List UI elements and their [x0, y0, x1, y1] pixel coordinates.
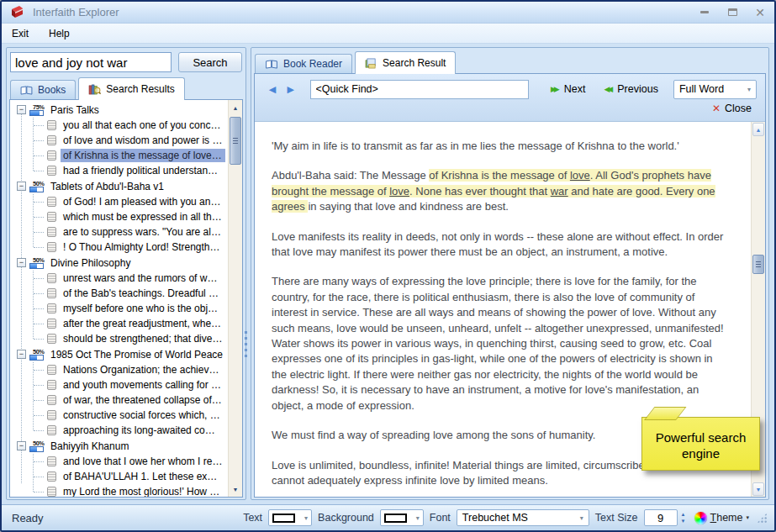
excerpt-icon: [47, 471, 56, 482]
result-item[interactable]: constructive social forces which, bec...: [10, 408, 227, 423]
result-item[interactable]: after the great readjustment, when ...: [10, 316, 227, 331]
result-item[interactable]: myself before one who is the object ...: [10, 301, 227, 316]
collapse-icon[interactable]: −: [17, 258, 26, 267]
theme-button[interactable]: Theme ▾: [694, 512, 749, 524]
paragraph: There are many ways of expressing the lo…: [272, 274, 728, 413]
result-item[interactable]: approaching its long-awaited coming ...: [10, 423, 227, 438]
titlebar[interactable]: Interfaith Explorer ✕: [2, 2, 774, 24]
collapse-icon[interactable]: −: [17, 350, 26, 359]
spin-down-icon[interactable]: ▼: [678, 518, 689, 524]
tree-group-row[interactable]: −50%Tablets of Abdu'l-Baha v1: [10, 178, 227, 194]
result-item[interactable]: and love that I owe her whom I regar...: [10, 454, 227, 469]
tab-book-reader[interactable]: Book Reader: [255, 54, 352, 73]
chevron-down-icon: ▾: [746, 514, 749, 521]
book-title: Paris Talks: [50, 104, 99, 116]
text-color-label: Text: [243, 512, 262, 524]
result-item[interactable]: which must be expressed in all the ac...: [10, 209, 227, 224]
panel-splitter[interactable]: [244, 331, 247, 358]
menu-exit[interactable]: Exit: [12, 28, 29, 40]
text-size-value[interactable]: 9: [644, 509, 678, 526]
maximize-icon[interactable]: [726, 7, 738, 18]
statusbar: Ready Text ▾ Background ▾ Font Trebuchet…: [2, 504, 774, 530]
resize-grip[interactable]: [757, 513, 768, 524]
result-item[interactable]: unrest wars and the rumors of wars, ...: [10, 271, 227, 286]
previous-button[interactable]: ◀◀ Previous: [604, 83, 657, 95]
relevance-icon: 50%: [29, 181, 47, 192]
background-color-select[interactable]: ▾: [380, 509, 424, 526]
result-item[interactable]: and youth movements calling for an e...: [10, 377, 227, 392]
excerpt-text: constructive social forces which, bec...: [61, 408, 225, 422]
scroll-down-icon[interactable]: ▼: [230, 482, 241, 496]
quick-find-input[interactable]: [310, 80, 529, 99]
text-color-select[interactable]: ▾: [268, 509, 312, 526]
results-tree-box: −75%Paris Talksyou all that each one of …: [9, 99, 243, 498]
excerpt-text: are to suppress wars. "You are all lea..…: [61, 225, 225, 239]
relevance-icon: 50%: [29, 349, 47, 361]
collapse-icon[interactable]: −: [17, 182, 26, 191]
result-item[interactable]: of love and wisdom and power is onc...: [10, 133, 227, 148]
menu-help[interactable]: Help: [49, 28, 70, 40]
scrollbar-thumb[interactable]: [230, 117, 241, 165]
result-item[interactable]: my Lord the most glorious!' How swe...: [10, 484, 227, 497]
excerpt-icon: [47, 197, 56, 207]
tree-group-row[interactable]: −50%1985 Oct The Promise of World Peace: [10, 346, 227, 362]
result-item[interactable]: of BAHA'U'LLAH 1. Let these exalted ...: [10, 469, 227, 484]
result-item[interactable]: should be strengthened; that diversit...: [10, 331, 227, 346]
right-tab-strip: Book Reader Search Result: [254, 50, 766, 73]
previous-label: Previous: [617, 83, 658, 95]
scroll-up-icon[interactable]: ▲: [752, 123, 764, 136]
tree-scrollbar[interactable]: ▲ ▼: [228, 100, 242, 497]
excerpt-text: which must be expressed in all the ac...: [61, 210, 225, 224]
excerpt-icon: [47, 410, 56, 420]
chevron-down-icon: ▾: [416, 514, 420, 522]
excerpt-icon: [47, 319, 56, 329]
close-icon[interactable]: ✕: [754, 7, 766, 18]
result-item[interactable]: ! O Thou Almighty Lord! Strengthen a...: [10, 240, 227, 255]
search-input[interactable]: [10, 52, 172, 72]
result-item[interactable]: of the Bab's teachings. Dreadful pers...: [10, 286, 227, 301]
match-mode-value: Full Word: [679, 83, 724, 95]
scroll-up-icon[interactable]: ▲: [230, 101, 241, 114]
result-item[interactable]: of God! I am pleased with you and se...: [10, 194, 227, 209]
excerpt-text: had a friendly political understanding;.…: [61, 164, 225, 177]
tab-label: Search Results: [106, 83, 174, 95]
result-item[interactable]: Nations Organization; the achieveme...: [10, 362, 227, 377]
scrollbar-thumb[interactable]: [752, 255, 764, 274]
nav-back-icon[interactable]: ◀: [263, 84, 282, 95]
result-item[interactable]: of war, the threatened collapse of th...: [10, 392, 227, 408]
font-select[interactable]: Trebuchet MS ▾: [457, 509, 589, 526]
match-mode-select[interactable]: Full Word ▾: [673, 80, 757, 99]
collapse-icon[interactable]: −: [17, 441, 26, 450]
result-item[interactable]: of Krishna is the message of love. All .…: [10, 148, 227, 163]
color-swatch: [384, 514, 407, 523]
text-size-stepper[interactable]: ▲ ▼: [678, 511, 689, 524]
color-wheel-icon: [694, 512, 707, 524]
tab-search-results[interactable]: Search Results: [78, 77, 184, 100]
collapse-icon[interactable]: −: [17, 105, 26, 114]
next-button[interactable]: ▶▶ Next: [551, 83, 586, 95]
minimize-icon[interactable]: [699, 7, 710, 18]
tree-group-row[interactable]: −50%Bahiyyih Khanum: [10, 438, 227, 454]
close-finder-button[interactable]: ✕ Close: [712, 103, 752, 114]
excerpt-text: myself before one who is the object ...: [61, 302, 225, 315]
result-item[interactable]: you all that each one of you concentr...: [10, 118, 227, 133]
result-item[interactable]: are to suppress wars. "You are all lea..…: [10, 224, 227, 240]
search-result-icon: [365, 58, 377, 69]
scroll-down-icon[interactable]: ▼: [752, 482, 764, 496]
tab-search-result[interactable]: Search Result: [355, 51, 456, 74]
result-item[interactable]: had a friendly political understanding;.…: [10, 163, 227, 178]
font-value: Trebuchet MS: [462, 512, 528, 524]
nav-forward-icon[interactable]: ▶: [282, 84, 300, 95]
book-title: Bahiyyih Khanum: [50, 440, 129, 452]
tab-books[interactable]: Books: [10, 80, 76, 99]
tab-label: Search Result: [383, 57, 446, 69]
tree-group-row[interactable]: −50%Divine Philosophy: [10, 255, 227, 271]
excerpt-icon: [47, 334, 56, 344]
chevron-down-icon: ▾: [304, 514, 308, 522]
tree-group-row[interactable]: −75%Paris Talks: [10, 102, 227, 118]
excerpt-text: of war, the threatened collapse of th...: [61, 393, 225, 407]
spin-up-icon[interactable]: ▲: [678, 511, 689, 518]
search-button[interactable]: Search: [178, 52, 242, 72]
finder-toolbar: ◀ ▶ ▶▶ Next ◀◀ Previous Full Word: [255, 74, 765, 122]
excerpt-icon: [47, 395, 56, 405]
